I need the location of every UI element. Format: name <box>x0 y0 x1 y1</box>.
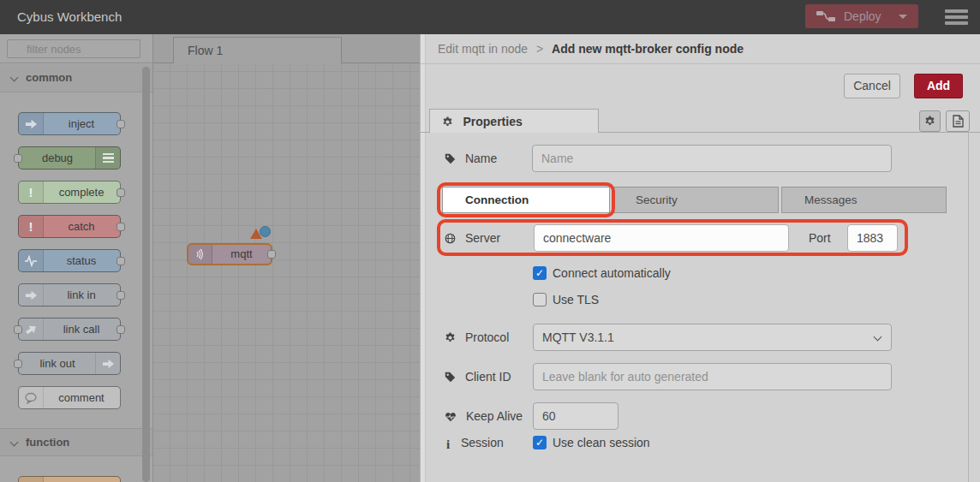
tab-connection[interactable]: Connection <box>442 187 610 213</box>
filter-nodes-input[interactable] <box>7 39 140 58</box>
palette-category-common[interactable]: common <box>0 64 152 92</box>
main-menu-icon[interactable] <box>945 9 968 25</box>
protocol-select[interactable]: MQTT V3.1.1 <box>533 324 892 351</box>
output-port[interactable] <box>117 257 125 265</box>
output-port[interactable] <box>117 120 125 128</box>
use-tls-label[interactable]: Use TLS <box>553 293 599 307</box>
deploy-button[interactable]: Deploy <box>805 4 918 28</box>
document-icon <box>953 115 964 128</box>
chevron-down-icon <box>874 333 882 342</box>
use-tls-checkbox[interactable] <box>533 293 547 306</box>
add-button[interactable]: Add <box>914 74 963 98</box>
use-clean-session-checkbox[interactable]: ✓ <box>533 436 547 449</box>
breadcrumb-current: Add new mqtt-broker config node <box>552 42 744 56</box>
palette-node-link-in[interactable]: link in <box>18 283 121 306</box>
palette-search-row <box>0 34 152 63</box>
breadcrumb-separator: > <box>536 42 543 56</box>
deploy-icon <box>816 9 835 23</box>
node-palette: common inject debug ! complete ! catch <box>0 34 153 482</box>
breadcrumb-parent[interactable]: Edit mqtt in node <box>438 42 528 56</box>
client-id-input[interactable] <box>533 363 892 390</box>
palette-node-catch[interactable]: ! catch <box>18 215 121 238</box>
use-clean-session-label[interactable]: Use clean session <box>553 436 650 450</box>
output-port[interactable] <box>117 291 125 300</box>
output-port[interactable] <box>117 223 125 231</box>
output-port[interactable] <box>267 250 276 259</box>
palette-node-link-call[interactable]: link call <box>18 318 121 341</box>
keep-alive-input[interactable] <box>533 402 618 430</box>
palette-scrollbar[interactable] <box>142 67 150 482</box>
form-scroll-divider <box>968 133 969 482</box>
palette-node-function-partial[interactable] <box>18 476 121 482</box>
palette-node-debug[interactable]: debug <box>18 146 121 170</box>
breadcrumb: Edit mqtt in node > Add new mqtt-broker … <box>421 34 980 64</box>
edit-properties-toggle-button[interactable] <box>919 110 941 132</box>
chevron-down-icon <box>10 438 19 447</box>
wifi-arcs-icon <box>188 245 212 264</box>
port-input[interactable] <box>847 224 898 252</box>
client-id-field-label: Client ID <box>445 363 511 390</box>
header-bar: Cybus Workbench Deploy <box>0 0 980 34</box>
node-description-button[interactable] <box>946 110 970 132</box>
keep-alive-field-label: Keep Alive <box>445 402 523 430</box>
output-port[interactable] <box>117 325 125 334</box>
protocol-field-label: Protocol <box>445 324 509 351</box>
tab-flow-1[interactable]: Flow 1 <box>173 37 342 63</box>
deploy-dropdown-caret-icon[interactable] <box>899 15 907 19</box>
chevron-down-icon <box>10 74 19 82</box>
palette-node-status[interactable]: status <box>18 249 121 272</box>
workspace-tabbar: Flow 1 <box>153 34 420 63</box>
tab-properties[interactable]: Properties <box>429 109 599 133</box>
flow-canvas[interactable]: mqtt <box>153 63 420 482</box>
palette-category-function[interactable]: function <box>0 428 152 456</box>
gear-icon <box>445 332 456 343</box>
gear-icon <box>442 116 453 128</box>
input-port[interactable] <box>14 360 22 368</box>
function-icon <box>19 477 44 482</box>
server-input[interactable] <box>534 224 789 252</box>
tag-icon <box>445 153 456 164</box>
session-field-label: i Session <box>445 436 504 452</box>
cancel-button[interactable]: Cancel <box>844 74 900 98</box>
name-input[interactable] <box>532 145 892 172</box>
palette-node-link-out[interactable]: link out <box>18 352 121 375</box>
palette-node-comment[interactable]: comment <box>18 386 121 409</box>
globe-icon <box>445 233 456 244</box>
input-port[interactable] <box>14 154 22 163</box>
heartbeat-icon <box>445 411 457 422</box>
connect-automatically-label[interactable]: Connect automatically <box>553 266 671 281</box>
tab-security[interactable]: Security <box>612 187 779 213</box>
palette-node-inject[interactable]: inject <box>18 112 121 135</box>
info-icon: i <box>445 437 451 452</box>
gear-icon <box>924 116 935 127</box>
output-port[interactable] <box>117 188 125 197</box>
cybus-workbench-window: Cybus Workbench Deploy common inj <box>0 0 980 482</box>
palette-node-complete[interactable]: ! complete <box>18 181 121 204</box>
deploy-label: Deploy <box>844 9 881 23</box>
app-title: Cybus Workbench <box>17 0 122 34</box>
connect-automatically-checkbox[interactable]: ✓ <box>533 266 547 280</box>
edit-config-tray: Edit mqtt in node > Add new mqtt-broker … <box>420 34 980 482</box>
tray-resize-handle[interactable] <box>421 34 426 482</box>
tab-messages[interactable]: Messages <box>781 187 947 213</box>
name-field-label: Name <box>445 145 497 172</box>
mqtt-in-node[interactable]: mqtt <box>187 243 272 265</box>
tag-icon <box>445 372 456 383</box>
node-changed-marker-icon <box>260 226 271 237</box>
input-port[interactable] <box>14 325 22 334</box>
port-field-label: Port <box>809 224 831 252</box>
server-field-label: Server <box>445 224 500 252</box>
workspace-pane: Flow 1 mqtt <box>153 34 420 482</box>
